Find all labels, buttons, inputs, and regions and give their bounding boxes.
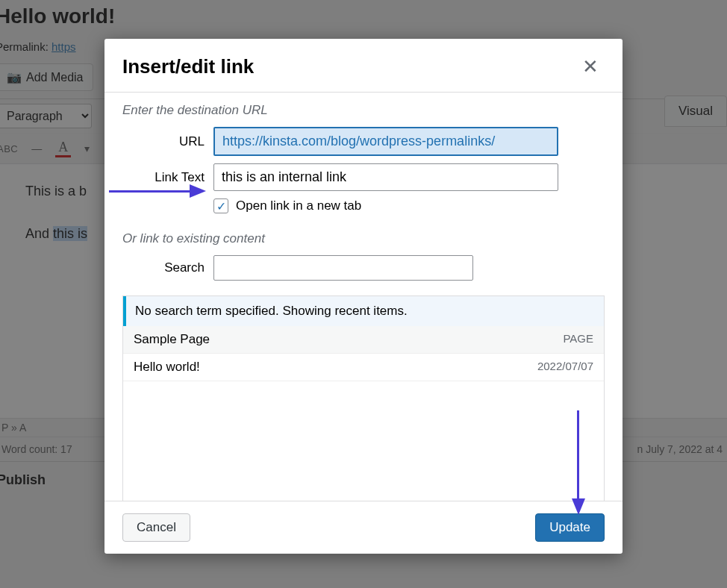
search-label: Search	[122, 260, 205, 275]
results-notice: No search term specified. Showing recent…	[123, 296, 604, 326]
dialog-header: Insert/edit link ✕	[104, 39, 623, 93]
results-list: No search term specified. Showing recent…	[122, 295, 605, 501]
url-input[interactable]	[213, 127, 558, 156]
dialog-body: Enter the destination URL URL Link Text …	[104, 93, 623, 501]
url-row: URL	[122, 127, 605, 156]
search-section-hint: Or link to existing content	[122, 231, 605, 246]
link-dialog: Insert/edit link ✕ Enter the destination…	[104, 39, 623, 554]
result-meta: 2022/07/07	[537, 360, 593, 375]
linktext-row: Link Text	[122, 163, 605, 191]
dialog-title: Insert/edit link	[122, 55, 254, 78]
url-label: URL	[122, 134, 205, 149]
result-meta: PAGE	[563, 332, 593, 347]
linktext-input[interactable]	[213, 163, 558, 191]
newtab-checkbox[interactable]: ✓	[213, 198, 228, 213]
url-section-hint: Enter the destination URL	[122, 103, 605, 118]
search-row: Search	[122, 255, 605, 281]
checkmark-icon: ✓	[216, 199, 226, 213]
cancel-button[interactable]: Cancel	[122, 513, 190, 542]
linktext-label: Link Text	[122, 170, 205, 185]
newtab-label: Open link in a new tab	[236, 198, 361, 213]
search-input[interactable]	[213, 255, 473, 281]
update-button[interactable]: Update	[535, 513, 605, 542]
dialog-footer: Cancel Update	[104, 501, 623, 554]
newtab-row: ✓ Open link in a new tab	[213, 198, 605, 213]
result-title: Sample Page	[134, 332, 210, 347]
result-item[interactable]: Sample Page PAGE	[123, 326, 604, 354]
close-icon[interactable]: ✕	[576, 52, 605, 81]
result-title: Hello world!	[134, 360, 200, 375]
result-item[interactable]: Hello world! 2022/07/07	[123, 354, 604, 381]
